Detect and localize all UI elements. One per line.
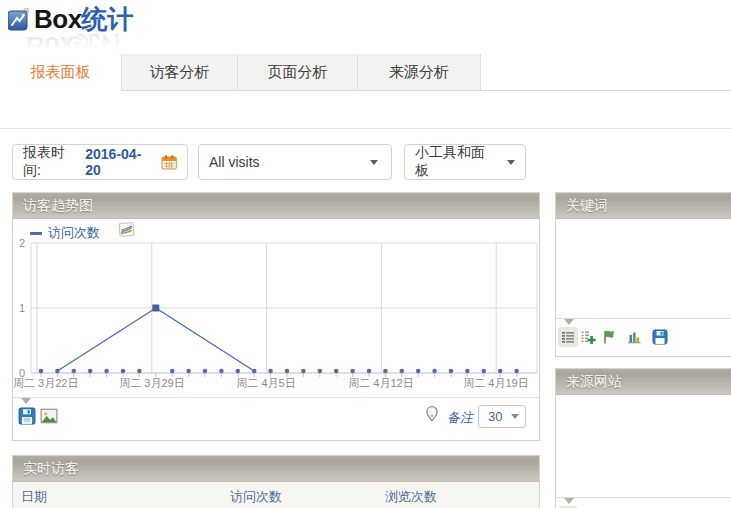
row-limit-value: 30 [488, 409, 502, 424]
app-title: Box统计 [34, 6, 133, 32]
x-tick-label: 周二 4月19日 [451, 376, 541, 391]
svg-text:1: 1 [19, 302, 25, 314]
visitor-trend-widget-header[interactable]: 访客趋势图 [13, 193, 539, 219]
segment-selector-button[interactable]: All visits [198, 144, 392, 180]
header-divider [0, 128, 731, 129]
caret-down-icon [507, 160, 515, 165]
realtime-visitors-widget: 实时访客 日期 访问次数 浏览次数 [12, 455, 540, 508]
selected-view-indicator [564, 319, 574, 325]
chart-legend: 访问次数 [30, 224, 100, 242]
goals-flag-icon[interactable] [599, 327, 619, 347]
keywords-widget-body [556, 219, 731, 318]
main-nav-tabs: 报表面板 访客分析 页面分析 来源分析 [0, 54, 731, 91]
svg-text:2: 2 [19, 237, 25, 249]
widgets-menu-label: 小工具和面板 [415, 144, 498, 180]
x-axis-labels: 周二 3月22日 周二 3月29日 周二 4月5日 周二 4月12日 周二 4月… [13, 376, 541, 394]
trend-chart-canvas[interactable]: 012 [13, 219, 541, 379]
chart-footer: 备注 30 [13, 397, 539, 441]
selected-view-indicator [564, 498, 574, 504]
legend-series-label: 访问次数 [48, 224, 100, 242]
export-data-icon[interactable] [18, 407, 36, 425]
x-tick-label: 周二 3月22日 [13, 376, 103, 391]
date-value: 2016-04-20 [85, 146, 153, 178]
tab-referrer-analysis[interactable]: 来源分析 [358, 54, 481, 90]
series-picker-icon[interactable] [118, 221, 135, 238]
column-header-date[interactable]: 日期 [21, 488, 47, 506]
annotations-link[interactable]: 备注 [447, 409, 473, 427]
tab-report-dashboard[interactable]: 报表面板 [0, 54, 122, 91]
keywords-widget: 关键词 [555, 192, 731, 357]
referrer-websites-widget-body [556, 395, 731, 497]
realtime-visitors-widget-header[interactable]: 实时访客 [13, 456, 539, 482]
table-view-icon[interactable] [558, 327, 578, 347]
dashboard-page: { "app": { "logo_black": "Box", "logo_bl… [0, 0, 731, 508]
all-columns-icon[interactable] [578, 327, 598, 347]
caret-down-icon [370, 160, 378, 165]
annotation-pin-icon[interactable] [423, 405, 441, 423]
keywords-footer [556, 318, 731, 356]
realtime-table-header: 日期 访问次数 浏览次数 [13, 482, 539, 508]
widgets-and-dashboard-button[interactable]: 小工具和面板 [404, 144, 526, 180]
row-limit-select[interactable]: 30 [478, 405, 526, 428]
calendar-icon [161, 154, 177, 171]
x-tick-label: 周二 3月29日 [107, 376, 197, 391]
date-selector-button[interactable]: 报表时间: 2016-04-20 [12, 144, 188, 180]
column-header-visits[interactable]: 访问次数 [230, 488, 282, 506]
selected-view-indicator [21, 398, 31, 404]
referrers-footer [556, 497, 731, 508]
export-save-icon[interactable] [650, 327, 670, 347]
app-logo[interactable]: Box统计 [8, 6, 133, 32]
tab-visitor-analysis[interactable]: 访客分析 [122, 54, 238, 90]
tab-page-analysis[interactable]: 页面分析 [238, 54, 358, 90]
date-label: 报表时间: [23, 144, 80, 180]
column-header-pageviews[interactable]: 浏览次数 [385, 488, 437, 506]
bar-chart-icon[interactable] [624, 327, 644, 347]
legend-series-dash [30, 232, 42, 235]
box-stats-logo-icon [8, 8, 30, 32]
visitor-trend-widget: 访客趋势图 访问次数 012 周二 3月22日 周二 3月29日 周二 4月5日… [12, 192, 540, 441]
export-image-icon[interactable] [40, 407, 58, 425]
referrer-websites-widget-header[interactable]: 来源网站 [556, 369, 731, 395]
caret-down-icon [511, 414, 519, 419]
segment-value: All visits [209, 154, 260, 170]
referrer-websites-widget: 来源网站 [555, 368, 731, 508]
keywords-widget-header[interactable]: 关键词 [556, 193, 731, 219]
x-tick-label: 周二 4月12日 [336, 376, 426, 391]
x-tick-label: 周二 4月5日 [221, 376, 311, 391]
visitor-trend-chart: 访问次数 012 周二 3月22日 周二 3月29日 周二 4月5日 周二 4月… [13, 219, 539, 397]
